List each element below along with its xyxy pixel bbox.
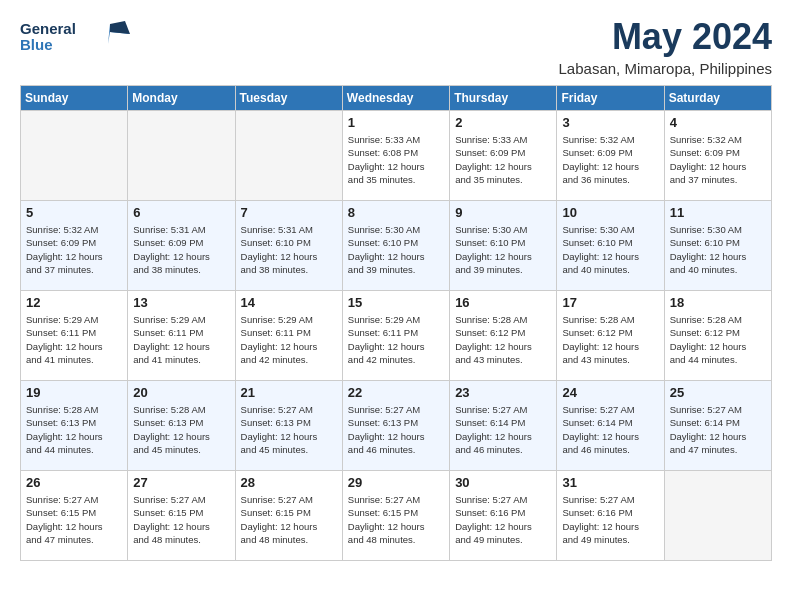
- day-number: 29: [348, 475, 444, 490]
- day-info: Sunrise: 5:27 AM Sunset: 6:16 PM Dayligh…: [562, 493, 658, 546]
- calendar-cell: 25Sunrise: 5:27 AM Sunset: 6:14 PM Dayli…: [664, 381, 771, 471]
- day-info: Sunrise: 5:27 AM Sunset: 6:14 PM Dayligh…: [455, 403, 551, 456]
- calendar-cell: 16Sunrise: 5:28 AM Sunset: 6:12 PM Dayli…: [450, 291, 557, 381]
- day-number: 19: [26, 385, 122, 400]
- day-info: Sunrise: 5:27 AM Sunset: 6:13 PM Dayligh…: [241, 403, 337, 456]
- day-number: 22: [348, 385, 444, 400]
- day-info: Sunrise: 5:30 AM Sunset: 6:10 PM Dayligh…: [562, 223, 658, 276]
- day-info: Sunrise: 5:28 AM Sunset: 6:12 PM Dayligh…: [670, 313, 766, 366]
- calendar-cell: 13Sunrise: 5:29 AM Sunset: 6:11 PM Dayli…: [128, 291, 235, 381]
- calendar-cell: 24Sunrise: 5:27 AM Sunset: 6:14 PM Dayli…: [557, 381, 664, 471]
- day-number: 13: [133, 295, 229, 310]
- day-info: Sunrise: 5:29 AM Sunset: 6:11 PM Dayligh…: [348, 313, 444, 366]
- day-number: 8: [348, 205, 444, 220]
- day-info: Sunrise: 5:27 AM Sunset: 6:15 PM Dayligh…: [133, 493, 229, 546]
- day-info: Sunrise: 5:27 AM Sunset: 6:14 PM Dayligh…: [670, 403, 766, 456]
- week-row-4: 19Sunrise: 5:28 AM Sunset: 6:13 PM Dayli…: [21, 381, 772, 471]
- day-number: 15: [348, 295, 444, 310]
- day-number: 5: [26, 205, 122, 220]
- logo: General Blue: [20, 16, 130, 62]
- calendar-cell: 1Sunrise: 5:33 AM Sunset: 6:08 PM Daylig…: [342, 111, 449, 201]
- col-header-thursday: Thursday: [450, 86, 557, 111]
- day-number: 17: [562, 295, 658, 310]
- day-info: Sunrise: 5:31 AM Sunset: 6:10 PM Dayligh…: [241, 223, 337, 276]
- day-info: Sunrise: 5:30 AM Sunset: 6:10 PM Dayligh…: [348, 223, 444, 276]
- calendar-cell: 20Sunrise: 5:28 AM Sunset: 6:13 PM Dayli…: [128, 381, 235, 471]
- calendar-cell: [128, 111, 235, 201]
- day-info: Sunrise: 5:32 AM Sunset: 6:09 PM Dayligh…: [562, 133, 658, 186]
- calendar-cell: 11Sunrise: 5:30 AM Sunset: 6:10 PM Dayli…: [664, 201, 771, 291]
- calendar-cell: 9Sunrise: 5:30 AM Sunset: 6:10 PM Daylig…: [450, 201, 557, 291]
- day-info: Sunrise: 5:31 AM Sunset: 6:09 PM Dayligh…: [133, 223, 229, 276]
- calendar-cell: 7Sunrise: 5:31 AM Sunset: 6:10 PM Daylig…: [235, 201, 342, 291]
- day-info: Sunrise: 5:28 AM Sunset: 6:13 PM Dayligh…: [26, 403, 122, 456]
- calendar-table: SundayMondayTuesdayWednesdayThursdayFrid…: [20, 85, 772, 561]
- calendar-cell: 8Sunrise: 5:30 AM Sunset: 6:10 PM Daylig…: [342, 201, 449, 291]
- calendar-cell: 2Sunrise: 5:33 AM Sunset: 6:09 PM Daylig…: [450, 111, 557, 201]
- day-info: Sunrise: 5:29 AM Sunset: 6:11 PM Dayligh…: [133, 313, 229, 366]
- calendar-cell: 19Sunrise: 5:28 AM Sunset: 6:13 PM Dayli…: [21, 381, 128, 471]
- day-number: 24: [562, 385, 658, 400]
- svg-marker-3: [110, 21, 130, 34]
- calendar-cell: 10Sunrise: 5:30 AM Sunset: 6:10 PM Dayli…: [557, 201, 664, 291]
- day-info: Sunrise: 5:32 AM Sunset: 6:09 PM Dayligh…: [670, 133, 766, 186]
- calendar-cell: 23Sunrise: 5:27 AM Sunset: 6:14 PM Dayli…: [450, 381, 557, 471]
- calendar-cell: [21, 111, 128, 201]
- day-number: 28: [241, 475, 337, 490]
- day-number: 25: [670, 385, 766, 400]
- calendar-cell: [664, 471, 771, 561]
- calendar-cell: 22Sunrise: 5:27 AM Sunset: 6:13 PM Dayli…: [342, 381, 449, 471]
- calendar-cell: 27Sunrise: 5:27 AM Sunset: 6:15 PM Dayli…: [128, 471, 235, 561]
- day-info: Sunrise: 5:28 AM Sunset: 6:12 PM Dayligh…: [455, 313, 551, 366]
- day-number: 23: [455, 385, 551, 400]
- page-header: General Blue May 2024 Labasan, Mimaropa,…: [20, 16, 772, 77]
- col-header-sunday: Sunday: [21, 86, 128, 111]
- location: Labasan, Mimaropa, Philippines: [559, 60, 772, 77]
- day-info: Sunrise: 5:32 AM Sunset: 6:09 PM Dayligh…: [26, 223, 122, 276]
- calendar-cell: 21Sunrise: 5:27 AM Sunset: 6:13 PM Dayli…: [235, 381, 342, 471]
- day-info: Sunrise: 5:27 AM Sunset: 6:14 PM Dayligh…: [562, 403, 658, 456]
- day-info: Sunrise: 5:33 AM Sunset: 6:09 PM Dayligh…: [455, 133, 551, 186]
- day-info: Sunrise: 5:27 AM Sunset: 6:15 PM Dayligh…: [348, 493, 444, 546]
- calendar-cell: 5Sunrise: 5:32 AM Sunset: 6:09 PM Daylig…: [21, 201, 128, 291]
- day-number: 14: [241, 295, 337, 310]
- svg-text:General: General: [20, 20, 76, 37]
- calendar-cell: 28Sunrise: 5:27 AM Sunset: 6:15 PM Dayli…: [235, 471, 342, 561]
- week-row-2: 5Sunrise: 5:32 AM Sunset: 6:09 PM Daylig…: [21, 201, 772, 291]
- day-info: Sunrise: 5:27 AM Sunset: 6:15 PM Dayligh…: [241, 493, 337, 546]
- week-row-5: 26Sunrise: 5:27 AM Sunset: 6:15 PM Dayli…: [21, 471, 772, 561]
- day-number: 2: [455, 115, 551, 130]
- day-number: 21: [241, 385, 337, 400]
- header-row: SundayMondayTuesdayWednesdayThursdayFrid…: [21, 86, 772, 111]
- day-number: 11: [670, 205, 766, 220]
- day-number: 31: [562, 475, 658, 490]
- day-info: Sunrise: 5:28 AM Sunset: 6:13 PM Dayligh…: [133, 403, 229, 456]
- col-header-wednesday: Wednesday: [342, 86, 449, 111]
- day-number: 26: [26, 475, 122, 490]
- calendar-cell: [235, 111, 342, 201]
- col-header-saturday: Saturday: [664, 86, 771, 111]
- day-number: 10: [562, 205, 658, 220]
- day-number: 18: [670, 295, 766, 310]
- day-number: 27: [133, 475, 229, 490]
- calendar-cell: 29Sunrise: 5:27 AM Sunset: 6:15 PM Dayli…: [342, 471, 449, 561]
- col-header-friday: Friday: [557, 86, 664, 111]
- calendar-cell: 30Sunrise: 5:27 AM Sunset: 6:16 PM Dayli…: [450, 471, 557, 561]
- col-header-tuesday: Tuesday: [235, 86, 342, 111]
- day-number: 9: [455, 205, 551, 220]
- calendar-cell: 31Sunrise: 5:27 AM Sunset: 6:16 PM Dayli…: [557, 471, 664, 561]
- calendar-cell: 4Sunrise: 5:32 AM Sunset: 6:09 PM Daylig…: [664, 111, 771, 201]
- day-info: Sunrise: 5:33 AM Sunset: 6:08 PM Dayligh…: [348, 133, 444, 186]
- calendar-cell: 3Sunrise: 5:32 AM Sunset: 6:09 PM Daylig…: [557, 111, 664, 201]
- day-number: 20: [133, 385, 229, 400]
- week-row-1: 1Sunrise: 5:33 AM Sunset: 6:08 PM Daylig…: [21, 111, 772, 201]
- svg-text:Blue: Blue: [20, 36, 53, 53]
- day-info: Sunrise: 5:27 AM Sunset: 6:13 PM Dayligh…: [348, 403, 444, 456]
- col-header-monday: Monday: [128, 86, 235, 111]
- month-title: May 2024: [559, 16, 772, 58]
- day-info: Sunrise: 5:29 AM Sunset: 6:11 PM Dayligh…: [241, 313, 337, 366]
- day-number: 4: [670, 115, 766, 130]
- week-row-3: 12Sunrise: 5:29 AM Sunset: 6:11 PM Dayli…: [21, 291, 772, 381]
- logo-text: General Blue: [20, 16, 130, 62]
- title-block: May 2024 Labasan, Mimaropa, Philippines: [559, 16, 772, 77]
